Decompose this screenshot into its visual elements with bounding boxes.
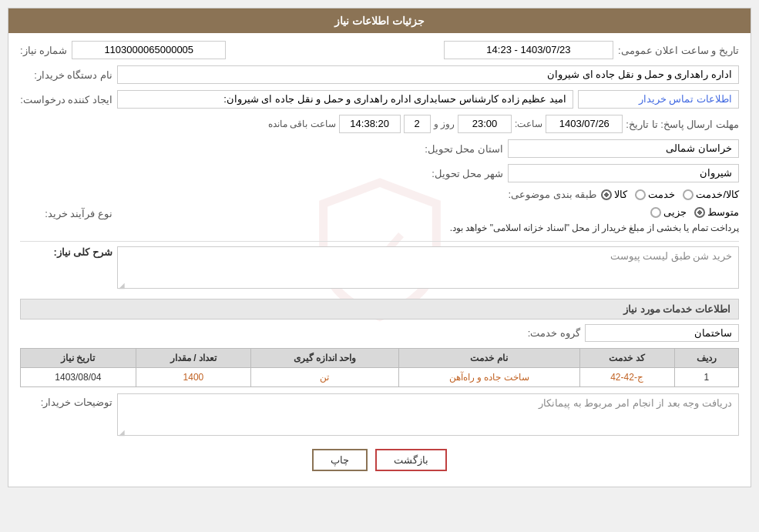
button-row: بازگشت چاپ	[20, 449, 739, 479]
group-label: گروه خدمت:	[488, 327, 580, 339]
process-content: متوسط جزیی پرداخت تمام یا بخشی از مبلغ خ…	[117, 206, 739, 235]
category-kala-label: کالا	[614, 189, 627, 200]
buyer-desc-textarea	[117, 393, 739, 436]
province-label: استان محل تحویل:	[411, 143, 503, 155]
category-khidmat-radio[interactable]	[635, 189, 646, 200]
cell-date: 1403/08/04	[21, 368, 136, 387]
process-small-label: جزیی	[663, 206, 687, 218]
divider-1	[20, 241, 739, 242]
process-medium-radio[interactable]	[694, 207, 705, 218]
services-table-section: ردیف کد خدمت نام خدمت واحد اندازه گیری ت…	[20, 348, 739, 387]
need-number-label: شماره نیاز:	[20, 45, 67, 56]
need-summary-textarea	[117, 246, 739, 289]
deadline-time-label: ساعت:	[515, 119, 542, 129]
city-label: شهر محل تحویل:	[411, 168, 503, 179]
contact-link[interactable]: اطلاعات تماس خریدار	[578, 90, 739, 109]
services-section-header: اطلاعات خدمات مورد نیاز	[20, 299, 739, 320]
category-kala[interactable]: کالا	[601, 189, 627, 200]
category-kala-khidmat-label: کالا/خدمت	[696, 189, 739, 200]
category-kala-radio[interactable]	[601, 189, 612, 200]
table-row: 1 ج-42-42 ساخت جاده و راه‌آهن تن 1400 14…	[21, 368, 739, 387]
col-row: ردیف	[674, 349, 738, 368]
cell-name: ساخت جاده و راه‌آهن	[398, 368, 579, 387]
desc-resize-icon: ◢	[119, 428, 125, 437]
category-kala-khidmat-radio[interactable]	[683, 189, 694, 200]
deadline-label: مهلت ارسال پاسخ: تا تاریخ:	[626, 119, 739, 130]
deadline-remain: 14:38:20	[339, 115, 401, 133]
creator-label: ایجاد کننده درخواست:	[20, 94, 113, 105]
announce-date-value: 1403/07/23 - 14:23	[444, 41, 613, 59]
province-value: خراسان شمالی	[508, 139, 739, 158]
deadline-time: 23:00	[458, 115, 512, 133]
category-group: کالا/خدمت خدمت کالا	[601, 189, 739, 200]
group-value: ساختمان	[585, 324, 739, 342]
need-number-value: 1103000065000005	[72, 41, 226, 59]
process-desc: پرداخت تمام یا بخشی از مبلغ خریدار از مح…	[117, 221, 739, 235]
cell-row: 1	[674, 368, 738, 387]
deadline-remain-label: ساعت باقی مانده	[268, 119, 336, 129]
deadline-day-label: روز و	[434, 119, 455, 129]
col-qty: تعداد / مقدار	[136, 349, 251, 368]
process-small[interactable]: جزیی	[650, 206, 687, 218]
col-name: نام خدمت	[398, 349, 579, 368]
creator-value: امید عظیم زاده کارشناس حسابداری اداره را…	[117, 90, 573, 109]
cell-code: ج-42-42	[579, 368, 674, 387]
deadline-days: 2	[404, 115, 431, 133]
announce-date-label: تاریخ و ساعت اعلان عمومی:	[618, 45, 739, 56]
category-khidmat[interactable]: خدمت	[635, 189, 675, 200]
print-button[interactable]: چاپ	[312, 449, 368, 471]
category-khidmat-label: خدمت	[648, 189, 675, 200]
resize-icon: ◢	[119, 281, 125, 289]
col-date: تاریخ نیاز	[21, 349, 136, 368]
cell-unit: تن	[251, 368, 399, 387]
need-summary-label: شرح کلی نیاز:	[20, 246, 113, 258]
process-small-radio[interactable]	[650, 207, 661, 218]
process-label: نوع فرآیند خرید:	[20, 206, 113, 219]
category-kala-khidmat[interactable]: کالا/خدمت	[683, 189, 739, 200]
page-title: جزئیات اطلاعات نیاز	[8, 8, 751, 33]
buyer-org-label: نام دستگاه خریدار:	[20, 69, 113, 81]
process-medium-label: متوسط	[707, 206, 739, 218]
buyer-desc-label: توضیحات خریدار:	[20, 393, 113, 408]
category-label: طبقه بندی موضوعی:	[504, 189, 596, 200]
col-code: کد خدمت	[579, 349, 674, 368]
cell-qty: 1400	[136, 368, 251, 387]
buyer-org-value: اداره راهداری و حمل و نقل جاده ای شیروان	[117, 65, 739, 84]
deadline-date: 1403/07/26	[546, 115, 623, 133]
process-medium[interactable]: متوسط	[694, 206, 739, 218]
col-unit: واحد اندازه گیری	[251, 349, 399, 368]
back-button[interactable]: بازگشت	[375, 449, 447, 471]
services-table: ردیف کد خدمت نام خدمت واحد اندازه گیری ت…	[20, 348, 739, 387]
city-value: شیروان	[508, 164, 739, 182]
